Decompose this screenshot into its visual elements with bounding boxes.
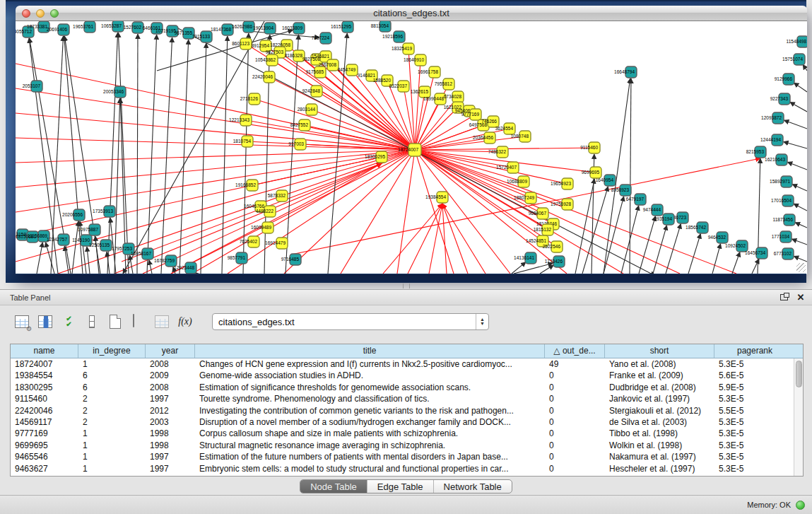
graph-node-8454749[interactable]: 8454749: [338, 64, 358, 76]
citation-edge-black[interactable]: [161, 37, 172, 274]
new-table-icon[interactable]: [106, 313, 124, 331]
citation-edge-black[interactable]: [180, 40, 189, 274]
graph-node-1810754[interactable]: 1810754: [233, 136, 253, 147]
graph-node-18565742[interactable]: 18565742: [686, 222, 708, 233]
graph-node-12342757[interactable]: 12342757: [47, 234, 69, 245]
citation-edge-red[interactable]: [408, 49, 415, 150]
citation-edge-black[interactable]: [784, 120, 807, 129]
graph-node-18807249[interactable]: 18807249: [514, 192, 536, 204]
citation-graph[interactable]: 1872400718300295193845541405571218733381…: [16, 21, 807, 274]
table-row[interactable]: 977716911998Corpus callosum shape and si…: [11, 428, 803, 439]
citation-edge-black[interactable]: [803, 64, 807, 71]
graph-node-17016504[interactable]: 17016504: [771, 195, 794, 206]
graph-node-7955812[interactable]: 7955812: [435, 78, 454, 90]
citation-edge-black[interactable]: [787, 162, 807, 170]
graph-node-1771034[interactable]: 1771034: [772, 231, 792, 243]
float-panel-icon[interactable]: [778, 293, 789, 303]
citation-edge-black[interactable]: [118, 33, 129, 274]
column-header-title[interactable]: title: [195, 344, 545, 358]
graph-node-11873456[interactable]: 11873456: [773, 214, 795, 226]
graph-node-18640910[interactable]: 18640910: [404, 54, 426, 66]
tab-network-table[interactable]: Network Table: [434, 480, 512, 493]
graph-node-11548498[interactable]: 11548498: [787, 36, 807, 47]
table-row[interactable]: 1830029562008Estimation of significance …: [11, 382, 803, 393]
citation-edge-black[interactable]: [666, 224, 681, 274]
table-row[interactable]: 1938455462009Genome-wide association stu…: [11, 370, 803, 381]
graph-node-19653761[interactable]: 19653761: [73, 21, 95, 33]
citation-edge-black[interactable]: [712, 244, 721, 274]
scrollbar-thumb[interactable]: [796, 361, 802, 387]
citation-edge-black[interactable]: [249, 31, 319, 37]
citation-edge-black[interactable]: [794, 204, 807, 211]
graph-node-14136141[interactable]: 14136141: [514, 252, 536, 264]
network-canvas[interactable]: 1872400718300295193845541405571218733381…: [16, 21, 807, 274]
graph-node-9699695[interactable]: 9699695: [582, 167, 601, 178]
graph-node-19654923[interactable]: 19654923: [551, 178, 573, 189]
graph-node-7486322[interactable]: 7486322: [488, 146, 508, 158]
graph-node-19013904[interactable]: 19013904: [253, 23, 276, 34]
citation-edge-red[interactable]: [143, 163, 382, 274]
graph-node-6734028[interactable]: 6734028: [444, 91, 464, 103]
citation-edge-red[interactable]: [415, 150, 736, 274]
citation-edge-red[interactable]: [272, 60, 415, 150]
citation-edge-red[interactable]: [397, 150, 415, 274]
citation-edge-black[interactable]: [639, 216, 656, 274]
citation-edge-black[interactable]: [514, 263, 553, 274]
table-settings-icon[interactable]: ⚙: [13, 313, 31, 331]
table-row[interactable]: 1456911722003Disruption of a novel membe…: [11, 416, 803, 428]
graph-node-15720407[interactable]: 15720407: [496, 162, 519, 173]
table-selector-dropdown[interactable]: citations_edges.txt ▲▼: [212, 313, 489, 330]
graph-node-9857791[interactable]: 9857791: [228, 252, 247, 264]
table-row[interactable]: 1872400712008Changes of HCN gene express…: [11, 358, 803, 370]
citation-edge-black[interactable]: [512, 262, 526, 274]
table-row[interactable]: 946554611997Estimation of the future num…: [11, 451, 803, 462]
graph-node-18147368[interactable]: 18147368: [211, 24, 233, 35]
graph-node-9227343[interactable]: 9227343: [770, 93, 790, 105]
graph-node-12923448[interactable]: 12923448: [174, 262, 196, 274]
table-row[interactable]: 911546021997Tourette syndrome. Phenomeno…: [11, 393, 803, 404]
citation-edge-black[interactable]: [792, 239, 807, 245]
graph-node-10653287[interactable]: 10653287: [101, 21, 124, 32]
citation-edge-black[interactable]: [732, 252, 740, 274]
graph-node-16648794[interactable]: 16648794: [614, 66, 637, 78]
citation-edge-black[interactable]: [147, 35, 157, 274]
citation-edge-black[interactable]: [604, 197, 624, 274]
close-panel-icon[interactable]: ✕: [795, 293, 806, 303]
graph-node-12505135[interactable]: 12505135: [89, 240, 112, 251]
citation-edge-black[interactable]: [792, 185, 807, 191]
citation-edge-black[interactable]: [243, 33, 249, 274]
graph-node-7857224[interactable]: 7857224: [312, 33, 331, 44]
select-rows-icon[interactable]: ✔✔: [59, 313, 78, 331]
column-header-short[interactable]: short: [605, 344, 714, 358]
citation-edge-black[interactable]: [87, 247, 90, 274]
table-row[interactable]: 2242004622012Investigating the contribut…: [11, 405, 803, 416]
graph-node-12213343[interactable]: 12213343: [229, 115, 252, 126]
network-window-titlebar[interactable]: citations_edges.txt: [16, 6, 807, 21]
graph-node-9684067[interactable]: 9684067: [529, 208, 548, 219]
graph-node-917003[interactable]: 917003: [288, 139, 306, 150]
citation-edge-black[interactable]: [630, 78, 631, 274]
graph-node-20691406[interactable]: 20691406: [47, 24, 69, 35]
graph-node-9716485[interactable]: 9716485: [281, 254, 301, 265]
citation-edge-red[interactable]: [415, 150, 567, 184]
citation-edge-black[interactable]: [794, 83, 807, 92]
graph-node-19166852[interactable]: 19166852: [235, 180, 258, 191]
row-height-icon[interactable]: [83, 313, 101, 331]
citation-edge-red[interactable]: [16, 113, 415, 150]
citation-edge-red[interactable]: [252, 150, 415, 185]
column-header-name[interactable]: name: [11, 344, 78, 358]
graph-node-10543862[interactable]: 10543862: [255, 54, 278, 66]
graph-node-16262986[interactable]: 16262986: [232, 21, 254, 33]
citation-edge-black[interactable]: [790, 102, 807, 112]
graph-node-17353913[interactable]: 17353913: [93, 206, 115, 217]
graph-node-9115460[interactable]: 9115460: [580, 142, 600, 153]
citation-edge-black[interactable]: [137, 34, 138, 274]
citation-edge-black[interactable]: [95, 236, 99, 274]
graph-node-16961758[interactable]: 16961758: [418, 66, 440, 78]
graph-node-8215953[interactable]: 8215953: [746, 146, 766, 158]
graph-node-1527602[interactable]: 1527602: [124, 22, 143, 33]
graph-node-7915133[interactable]: 7915133: [192, 31, 212, 42]
graph-node-12444194[interactable]: 12444194: [760, 134, 783, 146]
graph-node-16914479[interactable]: 16914479: [265, 238, 288, 249]
citation-edge-black[interactable]: [795, 223, 807, 228]
